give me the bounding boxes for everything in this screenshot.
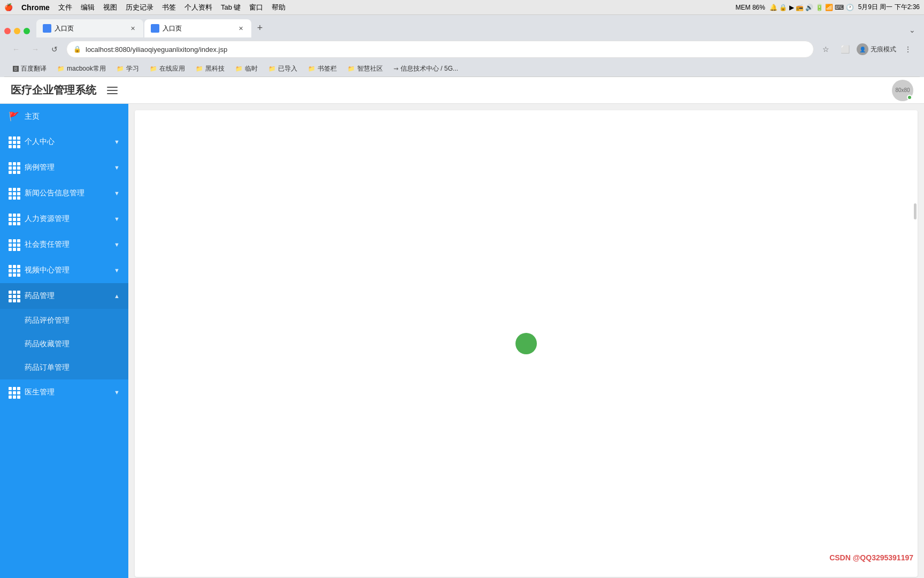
tab-label-1: 入口页: [55, 24, 74, 33]
sidebar-item-video[interactable]: 视频中心管理 ▼: [0, 257, 128, 283]
apple-logo[interactable]: 🍎: [4, 3, 13, 11]
tab-bar: 入口页 ✕ 入口页 ✕ + ⌄: [4, 19, 920, 37]
sidebar-label-home: 主页: [25, 112, 40, 121]
view-menu[interactable]: 视图: [103, 3, 117, 12]
browser-tab-2[interactable]: 入口页 ✕: [144, 19, 251, 37]
back-button[interactable]: ←: [9, 42, 24, 57]
history-menu[interactable]: 历史记录: [126, 3, 153, 12]
bookmark-baidu-translate[interactable]: 🅱 百度翻译: [9, 63, 51, 75]
new-tab-button[interactable]: +: [252, 20, 267, 35]
bookmark-this-button[interactable]: ☆: [818, 42, 833, 57]
bookmark-icon-10: ⇝: [394, 65, 398, 72]
tab-menu[interactable]: Tab 键: [221, 3, 241, 12]
bookmark-bar[interactable]: 📁 书签栏: [304, 63, 341, 75]
address-bar[interactable]: 🔒 localhost:8080/yiliaoqiyeguanlixitong/…: [66, 41, 814, 58]
svg-point-1: [152, 26, 158, 31]
datetime: 5月9日 周一 下午2:36: [858, 3, 920, 12]
sidebar-subitem-drug-collect[interactable]: 药品收藏管理: [0, 332, 128, 356]
tab-favicon-1: [43, 24, 51, 33]
grid-icon-personal: [9, 136, 19, 147]
lock-icon: 🔒: [73, 45, 81, 53]
help-menu[interactable]: 帮助: [272, 3, 286, 12]
tab-close-1[interactable]: ✕: [128, 24, 137, 33]
close-window-button[interactable]: [4, 28, 11, 34]
bookmark-temp[interactable]: 📁 临时: [231, 63, 262, 75]
sidebar-sublabel-drug-collect: 药品收藏管理: [25, 339, 70, 349]
drugs-submenu: 药品评价管理 药品收藏管理 药品订单管理: [0, 309, 128, 379]
svg-point-0: [44, 26, 50, 31]
grid-icon-drugs: [9, 291, 19, 301]
tab-scroll-button[interactable]: ⌄: [905, 22, 920, 37]
address-text: localhost:8080/yiliaoqiyeguanlixitong/in…: [86, 45, 227, 54]
sidebar-item-hr[interactable]: 人力资源管理 ▼: [0, 206, 128, 232]
window-menu[interactable]: 窗口: [249, 3, 263, 12]
bookmark-icon-4: 📁: [150, 65, 157, 72]
bookmark-it-center[interactable]: ⇝ 信息技术中心 / 5G...: [389, 63, 463, 75]
bookmark-black-tech[interactable]: 📁 黑科技: [191, 63, 229, 75]
app-container: 医疗企业管理系统 80x80 🚩 主页: [0, 77, 924, 578]
sidebar-item-drugs[interactable]: 药品管理 ▲: [0, 283, 128, 309]
refresh-button[interactable]: ↺: [47, 42, 62, 57]
bookmark-label-6: 临时: [245, 64, 258, 73]
sidebar-subitem-drug-order[interactable]: 药品订单管理: [0, 356, 128, 379]
hamburger-button[interactable]: [107, 87, 118, 94]
sidebar-item-news[interactable]: 新闻公告信息管理 ▼: [0, 180, 128, 206]
chevron-down-icon-personal: ▼: [114, 139, 120, 145]
sidebar-item-doctors[interactable]: 医生管理 ▼: [0, 379, 128, 405]
avatar[interactable]: 80x80: [892, 80, 913, 101]
sidebar-item-home[interactable]: 🚩 主页: [0, 104, 128, 129]
edit-menu[interactable]: 编辑: [81, 3, 95, 12]
bookmark-imported[interactable]: 📁 已导入: [264, 63, 302, 75]
chevron-down-icon-news: ▼: [114, 190, 120, 196]
grid-icon-news: [9, 188, 19, 199]
sidebar-subitem-drug-eval[interactable]: 药品评价管理: [0, 309, 128, 332]
no-trace-label: 无痕模式: [871, 45, 896, 54]
tab-close-2[interactable]: ✕: [236, 24, 245, 33]
sidebar-item-social[interactable]: 社会责任管理 ▼: [0, 232, 128, 257]
split-view-button[interactable]: ⬜: [837, 42, 852, 57]
sidebar-label-hr: 人力资源管理: [25, 214, 70, 224]
chevron-up-icon-drugs: ▲: [114, 293, 120, 299]
chevron-down-icon-social: ▼: [114, 241, 120, 248]
main-layout: 🚩 主页 个人中心 ▼ 病例管理: [0, 104, 924, 578]
bookmark-icon-3: 📁: [117, 65, 124, 72]
sidebar-label-news: 新闻公告信息管理: [25, 188, 84, 198]
sidebar-label-social: 社会责任管理: [25, 240, 70, 249]
bookmark-macbook[interactable]: 📁 macbook常用: [53, 63, 110, 75]
chevron-down-icon-hr: ▼: [114, 216, 120, 222]
maximize-window-button[interactable]: [24, 28, 30, 34]
sidebar-label-video: 视频中心管理: [25, 265, 70, 275]
sidebar-item-personal[interactable]: 个人中心 ▼: [0, 129, 128, 155]
more-button[interactable]: ⋮: [900, 42, 915, 57]
bookmarks-menu[interactable]: 书签: [162, 3, 176, 12]
bookmark-study[interactable]: 📁 学习: [112, 63, 143, 75]
forward-button[interactable]: →: [28, 42, 43, 57]
profile-area[interactable]: 👤 无痕模式: [857, 43, 896, 55]
menubar-left: 🍎 Chrome 文件 编辑 视图 历史记录 书签 个人资料 Tab 键 窗口 …: [4, 3, 286, 12]
minimize-window-button[interactable]: [14, 28, 20, 34]
bookmark-icon-6: 📁: [235, 65, 243, 72]
sidebar-label-drugs: 药品管理: [25, 291, 55, 301]
content-area: [128, 104, 924, 578]
browser-tab-1[interactable]: 入口页 ✕: [36, 19, 143, 37]
scrollbar[interactable]: [914, 203, 917, 219]
bookmark-label-2: macbook常用: [67, 64, 106, 73]
profile-menu[interactable]: 个人资料: [184, 3, 212, 12]
flag-icon: 🚩: [9, 111, 19, 121]
menubar-right: MEM 86% 🔔 🔒 ▶ 📻 🔊 🔋 📶 ⌨ 🕐 5月9日 周一 下午2:36: [736, 3, 920, 12]
grid-icon-video: [9, 265, 19, 276]
chrome-menu[interactable]: Chrome: [21, 3, 50, 12]
avatar-status-dot: [907, 95, 912, 100]
macos-menubar: 🍎 Chrome 文件 编辑 视图 历史记录 书签 个人资料 Tab 键 窗口 …: [0, 0, 924, 15]
chevron-down-icon-cases: ▼: [114, 164, 120, 171]
file-menu[interactable]: 文件: [58, 3, 72, 12]
grid-icon-hr: [9, 214, 19, 224]
sidebar-item-cases[interactable]: 病例管理 ▼: [0, 155, 128, 180]
grid-icon-cases: [9, 162, 19, 173]
bookmark-smart-community[interactable]: 📁 智慧社区: [343, 63, 387, 75]
app-title: 医疗企业管理系统: [11, 83, 96, 97]
bookmark-online-apps[interactable]: 📁 在线应用: [145, 63, 189, 75]
address-bar-area: ← → ↺ 🔒 localhost:8080/yiliaoqiyeguanlix…: [4, 37, 920, 61]
bookmark-icon-8: 📁: [308, 65, 315, 72]
bookmark-label-4: 在线应用: [159, 64, 185, 73]
